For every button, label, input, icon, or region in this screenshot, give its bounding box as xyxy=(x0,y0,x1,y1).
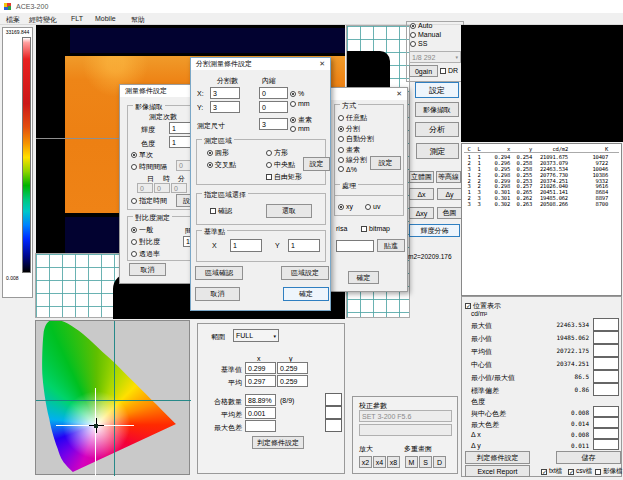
analyze-button[interactable]: 分析 xyxy=(415,122,459,137)
close-icon[interactable]: ✕ xyxy=(319,60,325,68)
dx-button[interactable]: Δx xyxy=(409,188,434,200)
judge-condition-button[interactable]: 判定條件設定 xyxy=(465,451,530,464)
radio-contrast[interactable]: 對比度 xyxy=(131,237,160,247)
freerect-checkbox[interactable]: 自由矩形 xyxy=(266,172,302,182)
radio-pixel[interactable]: 畫素 xyxy=(290,115,312,125)
dr-checkbox[interactable]: DR xyxy=(440,67,458,74)
lum-dist-button[interactable]: 輝度分佈 xyxy=(409,224,460,237)
radio-center[interactable]: 中央點 xyxy=(266,160,295,170)
pick-button[interactable]: 選取 xyxy=(266,204,312,218)
maxdiff-field[interactable] xyxy=(245,420,276,432)
shutter-select[interactable]: 1/8 292▾ xyxy=(409,51,461,63)
radio-cross[interactable]: 交叉點 xyxy=(207,160,236,170)
bitmap-checkbox[interactable]: bitmap xyxy=(361,225,390,232)
menu-item-2[interactable]: FLT xyxy=(71,15,83,22)
radio-mm[interactable]: mm xyxy=(290,100,310,107)
size-field[interactable]: 3 xyxy=(259,118,288,130)
avg-y-field[interactable]: 0.259 xyxy=(277,375,308,387)
zoom-button-x4[interactable]: x4 xyxy=(373,456,386,468)
measure-cancel-button[interactable]: 取消 xyxy=(129,263,166,276)
ref-x-field[interactable]: 0.299 xyxy=(245,362,276,374)
file-check-1[interactable]: csv檔 xyxy=(568,467,592,476)
menu-item-1[interactable]: 經時變化 xyxy=(29,15,57,25)
table-row[interactable]: 330.3020.26320508.2668700 xyxy=(464,201,619,207)
zoom-button-x2[interactable]: x2 xyxy=(359,456,372,468)
radio-circle[interactable]: 圓形 xyxy=(207,148,229,158)
menu-item-4[interactable]: 幫助 xyxy=(131,15,145,25)
confirm-checkbox[interactable]: 確認 xyxy=(210,206,232,216)
close-icon[interactable]: ✕ xyxy=(396,90,402,98)
cie-diagram[interactable] xyxy=(35,320,190,475)
radio-percent[interactable]: % xyxy=(290,90,304,97)
dialog-split-titlebar[interactable]: 分割測量條件設定 xyxy=(191,58,330,70)
zoom-button-x8[interactable]: x8 xyxy=(387,456,400,468)
colormap-button[interactable]: 色圖 xyxy=(437,207,462,219)
lum-count-field[interactable]: 1 xyxy=(169,122,191,134)
radio-general[interactable]: 一般 xyxy=(131,225,153,235)
split-x-field[interactable]: 3 xyxy=(210,87,240,99)
split-y-field[interactable]: 3 xyxy=(210,101,240,113)
uniformity-judge-button[interactable]: 判定條件設定 xyxy=(252,436,304,449)
radio-mm2[interactable]: mm xyxy=(290,125,310,132)
radio-xy[interactable]: xy xyxy=(338,203,353,210)
menu-item-0[interactable]: 檔案 xyxy=(6,15,20,25)
settings-button[interactable]: 設定 xyxy=(415,82,459,98)
method-path-field[interactable] xyxy=(336,240,374,252)
radio-mode-3[interactable]: 畫素 xyxy=(338,145,360,155)
dxy-button[interactable]: Δxy xyxy=(409,207,434,219)
radio-mode-1[interactable]: 分割 xyxy=(338,124,360,134)
capture-button[interactable]: 影像擷取 xyxy=(415,102,459,117)
inset-y-field[interactable]: 0 xyxy=(259,101,288,113)
load-button[interactable]: 貼進 xyxy=(377,239,405,252)
multiview-button-D[interactable]: D xyxy=(433,456,446,468)
split-cancel-button[interactable]: 取消 xyxy=(195,287,240,301)
file-check-2[interactable]: 影像檔 xyxy=(595,467,623,476)
stats-cd-rows: 最大值22463.534最小值19485.062平均值20722.175中心值2… xyxy=(462,318,623,396)
chroma-count-field[interactable]: 1 xyxy=(169,136,191,148)
excel-report-button[interactable]: Excel Report xyxy=(465,465,530,477)
save-button[interactable]: 儲存 xyxy=(556,451,621,464)
split-set-button[interactable]: 設定 xyxy=(303,157,330,171)
ref-y-field[interactable]: 0.259 xyxy=(277,362,308,374)
inset-x-field[interactable]: 0 xyxy=(259,87,288,99)
inset-label: 內縮 xyxy=(262,76,276,86)
menu-item-3[interactable]: Mobile xyxy=(95,15,116,22)
file-check-0[interactable]: txt檔 xyxy=(541,467,562,476)
hour-field: 0 xyxy=(154,183,170,193)
zoom-label: 放大 xyxy=(359,444,373,454)
cie-grid-vline xyxy=(114,321,115,476)
radio-single[interactable]: 單次 xyxy=(131,150,153,160)
range-select[interactable]: FULL▾ xyxy=(233,329,279,342)
radio-square[interactable]: 方形 xyxy=(266,148,288,158)
avg-x-field[interactable]: 0.297 xyxy=(245,375,276,387)
radio-ss[interactable]: SS xyxy=(410,40,427,47)
solid3d-button[interactable]: 立體圖 xyxy=(409,171,434,183)
dy-button[interactable]: Δy xyxy=(437,188,462,200)
avgdiff-field[interactable]: 0.001 xyxy=(245,407,276,419)
method-ok-button[interactable]: 確定 xyxy=(348,271,379,284)
radio-uv[interactable]: uv xyxy=(365,203,380,210)
radio-manual[interactable]: Manual xyxy=(410,31,441,38)
contour-button[interactable]: 等高線 xyxy=(436,171,461,183)
area-confirm-button[interactable]: 區域確認 xyxy=(195,266,243,280)
measurement-table[interactable]: CLxycd/m2K 110.2940.25421091.67510407210… xyxy=(461,143,622,296)
radio-specified-time[interactable]: 指定時間 xyxy=(131,196,167,206)
day-field: 0 xyxy=(137,183,153,193)
area-set-button[interactable]: 區域設定 xyxy=(281,266,329,280)
radio-auto[interactable]: Auto xyxy=(410,22,432,29)
radio-mode-5[interactable]: Δ% xyxy=(338,166,357,173)
gain-button[interactable]: 0gain xyxy=(409,65,438,77)
multiview-button-M[interactable]: M xyxy=(405,456,418,468)
radio-mode-2[interactable]: 自動分割 xyxy=(338,134,374,144)
measure-button[interactable]: 測定 xyxy=(416,143,459,159)
radio-transmit[interactable]: 透過率 xyxy=(131,249,160,259)
radio-interval[interactable]: 時間間隔 xyxy=(131,162,167,172)
method-set-button[interactable]: 設定 xyxy=(370,156,401,170)
multiview-button-S[interactable]: S xyxy=(419,456,432,468)
base-x-field[interactable]: 1 xyxy=(230,239,262,252)
base-y-field[interactable]: 1 xyxy=(288,239,320,252)
radio-mode-4[interactable]: 線分割 xyxy=(338,155,367,165)
pass-field[interactable]: 88.89% xyxy=(245,394,276,406)
radio-mode-0[interactable]: 任意點 xyxy=(338,113,367,123)
split-ok-button[interactable]: 確定 xyxy=(283,287,329,301)
